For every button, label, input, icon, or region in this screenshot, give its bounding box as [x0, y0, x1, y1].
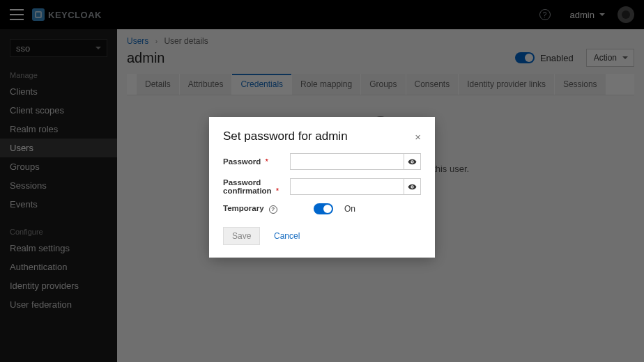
- password-confirm-input-wrap: [290, 178, 421, 195]
- form-row-temporary: Temporary ? On: [223, 203, 421, 214]
- temporary-label: Temporary ?: [223, 204, 314, 214]
- password-confirm-label: Password confirmation *: [223, 178, 290, 195]
- save-button[interactable]: Save: [223, 227, 260, 245]
- reveal-password-icon[interactable]: [404, 154, 420, 169]
- cancel-button[interactable]: Cancel: [270, 230, 304, 242]
- password-label-text: Password: [223, 157, 261, 166]
- close-icon[interactable]: ×: [415, 132, 421, 142]
- modal-actions: Save Cancel: [223, 227, 421, 245]
- required-asterisk: *: [276, 187, 279, 195]
- temporary-label-text: Temporary: [223, 204, 264, 212]
- temporary-toggle[interactable]: [314, 203, 333, 214]
- temporary-value-label: On: [344, 204, 355, 214]
- password-input[interactable]: [291, 154, 404, 169]
- required-asterisk: *: [266, 157, 268, 166]
- set-password-modal: Set password for admin × Password * Pass…: [209, 117, 435, 258]
- password-confirm-input[interactable]: [291, 179, 404, 194]
- reveal-password-confirm-icon[interactable]: [404, 179, 420, 194]
- password-input-wrap: [290, 153, 421, 170]
- modal-title: Set password for admin: [223, 129, 348, 143]
- form-row-password-confirm: Password confirmation *: [223, 178, 421, 195]
- help-icon[interactable]: ?: [269, 205, 277, 214]
- form-row-password: Password *: [223, 153, 421, 170]
- password-label: Password *: [223, 157, 290, 166]
- password-confirm-label-text: Password confirmation: [223, 178, 272, 195]
